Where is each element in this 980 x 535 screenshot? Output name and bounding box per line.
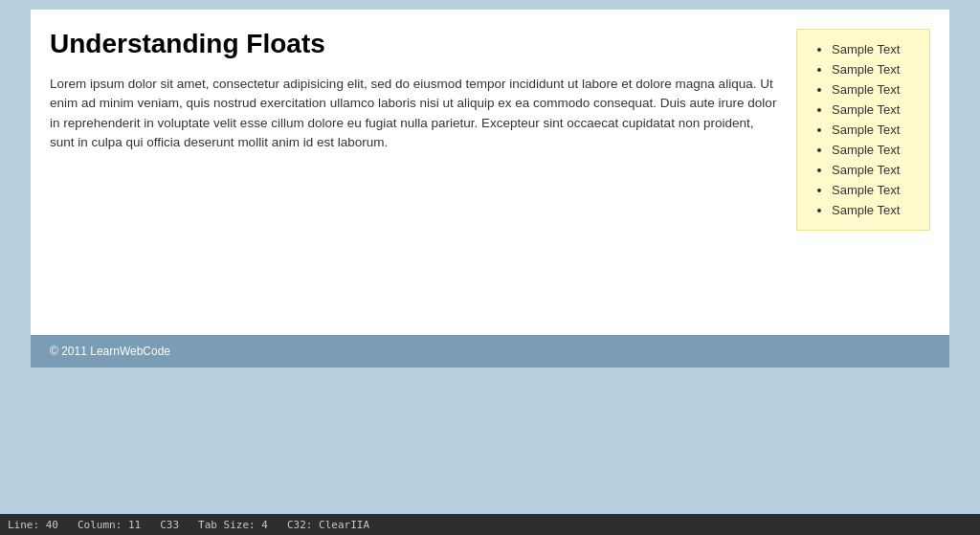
list-item: Sample Text: [832, 79, 910, 100]
sample-list: Sample Text Sample Text Sample Text Samp…: [816, 39, 910, 220]
footer: © 2011 LearnWebCode: [31, 335, 949, 368]
status-bar: Line: 40 Column: 11 C33 Tab Size: 4 C32:…: [0, 514, 980, 535]
status-tab-size: Tab Size: 4: [198, 519, 268, 531]
status-code2: C32: ClearIIA: [287, 519, 369, 531]
float-box: Sample Text Sample Text Sample Text Samp…: [796, 29, 930, 231]
body-paragraph: Lorem ipsum dolor sit amet, consectetur …: [50, 75, 835, 152]
status-code1: C33: [160, 519, 179, 531]
list-item: Sample Text: [832, 120, 910, 140]
list-item: Sample Text: [832, 160, 910, 180]
list-item: Sample Text: [832, 100, 910, 120]
outer-wrapper: Sample Text Sample Text Sample Text Samp…: [0, 0, 980, 535]
list-item: Sample Text: [832, 140, 910, 160]
list-item: Sample Text: [832, 180, 910, 200]
content-area: Sample Text Sample Text Sample Text Samp…: [31, 10, 949, 335]
list-item: Sample Text: [832, 39, 910, 59]
status-column: Column: 11: [78, 519, 141, 531]
list-item: Sample Text: [832, 59, 910, 79]
list-item: Sample Text: [832, 200, 910, 220]
copyright-text: © 2011 LearnWebCode: [50, 345, 170, 358]
status-line: Line: 40: [8, 519, 58, 531]
main-container: Sample Text Sample Text Sample Text Samp…: [31, 10, 949, 368]
